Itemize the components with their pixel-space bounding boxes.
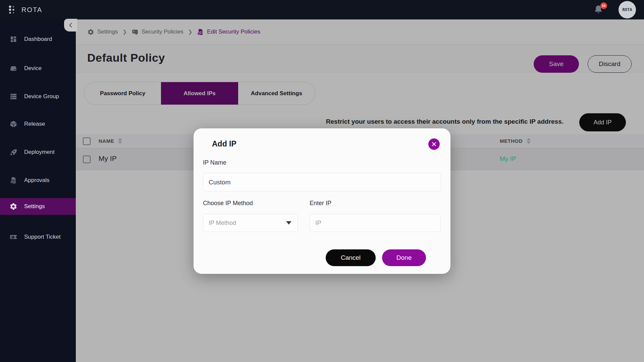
dashboard-icon [9,35,17,43]
ip-method-placeholder: IP Method [209,220,236,227]
ip-name-input[interactable] [203,173,441,191]
close-icon [431,141,437,147]
sidebar-item-deployment[interactable]: Deployment [0,144,76,161]
collapse-sidebar-button[interactable] [64,19,77,32]
sidebar-item-settings[interactable]: Settings [0,198,76,215]
gear-icon [9,202,17,210]
modal-title: Add IP [212,139,236,148]
cancel-button[interactable]: Cancel [326,249,376,266]
sidebar-item-label: Settings [24,203,45,210]
sidebar-item-label: Release [24,121,45,127]
sidebar-item-device[interactable]: Device [0,60,76,77]
chevron-left-icon [67,22,74,28]
sidebar-item-support-ticket[interactable]: Support Ticket [0,229,76,245]
sidebar-item-approvals[interactable]: Approvals [0,172,76,189]
notifications-button[interactable]: 03 [594,4,604,15]
rocket-icon [9,148,17,156]
brand[interactable]: ROTA [8,0,42,19]
ip-method-select[interactable]: IP Method [203,214,298,232]
sidebar-item-label: Device Group [24,93,59,100]
sidebar: Dashboard Device Device Group Release [0,19,76,362]
sidebar-item-label: Support Ticket [24,234,61,240]
ip-name-label: IP Name [203,159,226,166]
top-navbar: ROTA 03 ROTA [0,0,644,19]
enter-ip-label: Enter IP [310,200,331,207]
device-group-icon [9,93,17,101]
sidebar-item-release[interactable]: Release [0,116,76,132]
release-cube-icon [9,120,17,128]
device-icon [9,64,17,72]
sidebar-item-label: Device [24,65,42,72]
sidebar-item-label: Dashboard [24,36,52,43]
close-button[interactable] [428,138,440,150]
notification-badge: 03 [600,2,607,9]
logo-dots-icon [8,5,17,14]
brand-text: ROTA [21,6,42,14]
add-ip-modal: Add IP IP Name Choose IP Method Enter IP… [194,128,450,274]
sidebar-item-label: Approvals [24,177,50,184]
ip-method-label: Choose IP Method [203,200,253,207]
sidebar-item-label: Deployment [24,149,55,156]
done-button[interactable]: Done [382,249,426,266]
doc-check-icon [9,176,17,184]
sidebar-item-dashboard[interactable]: Dashboard [0,31,76,48]
avatar[interactable]: ROTA [619,1,636,18]
ticket-icon [9,233,17,241]
chevron-down-icon [286,221,291,225]
ip-input[interactable] [310,214,441,232]
sidebar-item-device-group[interactable]: Device Group [0,88,76,105]
